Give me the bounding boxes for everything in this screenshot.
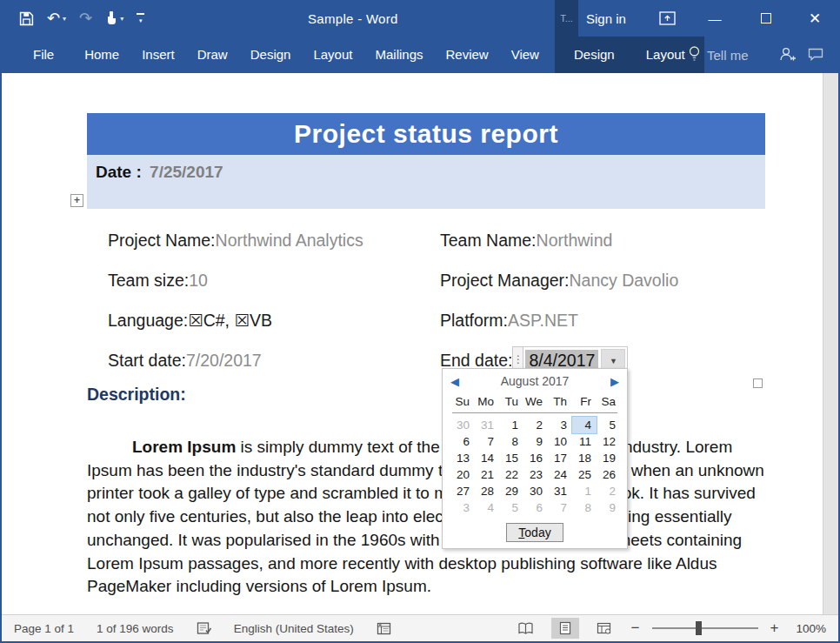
tab-draw[interactable]: Draw	[186, 37, 239, 73]
calendar-day[interactable]: 17	[548, 450, 572, 466]
calendar-day[interactable]: 16	[523, 450, 548, 466]
calendar-day[interactable]: 13	[450, 450, 475, 466]
calendar-day[interactable]: 14	[475, 450, 499, 466]
calendar-day[interactable]: 21	[475, 466, 499, 483]
ribbon-display-options-icon[interactable]	[659, 10, 677, 26]
date-value[interactable]: 7/25/2017	[150, 163, 223, 181]
calendar-day[interactable]: 15	[499, 450, 523, 466]
calendar-day[interactable]: 3	[548, 417, 572, 433]
zoom-in-button[interactable]: +	[768, 620, 782, 637]
close-button[interactable]: ✕	[800, 0, 830, 37]
table-resize-handle[interactable]	[753, 378, 763, 388]
calendar-day[interactable]: 5	[597, 417, 621, 433]
calendar-day[interactable]: 30	[523, 483, 548, 499]
calendar-day[interactable]: 9	[597, 499, 621, 516]
date-label: Date :	[96, 163, 142, 181]
field-value[interactable]: Nancy Davolio	[570, 271, 679, 290]
calendar-day[interactable]: 29	[499, 483, 523, 499]
language-status[interactable]: English (United States)	[234, 622, 354, 635]
field-value[interactable]: Northwind	[537, 231, 613, 250]
tab-layout[interactable]: Layout	[302, 37, 363, 73]
calendar-day[interactable]: 26	[597, 466, 621, 483]
print-layout-icon[interactable]	[551, 618, 579, 639]
share-person-icon[interactable]	[778, 45, 797, 66]
calendar-day[interactable]: 6	[523, 499, 548, 516]
contextual-tab-design[interactable]: Design	[558, 37, 630, 73]
word-count-status[interactable]: 1 of 196 words	[97, 622, 174, 635]
calendar-day[interactable]: 9	[523, 433, 548, 450]
field-value[interactable]: ☒C#, ☒VB	[188, 311, 272, 330]
word-window: ↶▾ ↷ ▾ ▾ Sample - Word T... Sign in — ✕ …	[0, 0, 840, 643]
calendar-day[interactable]: 3	[450, 499, 475, 516]
undo-button[interactable]: ↶▾	[47, 10, 66, 26]
calendar-day[interactable]: 27	[450, 483, 475, 499]
calendar-day[interactable]: 4	[475, 499, 499, 516]
calendar-day[interactable]: 24	[548, 466, 572, 483]
field-value[interactable]: ASP.NET	[508, 311, 578, 330]
calendar-day[interactable]: 7	[548, 499, 572, 516]
proofing-errors-icon[interactable]	[197, 621, 213, 636]
page-margin-strip	[823, 73, 838, 614]
end-date-label: End date:	[440, 346, 512, 371]
calendar-day[interactable]: 1	[572, 483, 597, 499]
sign-in-button[interactable]: Sign in	[579, 0, 633, 37]
tell-me-button[interactable]: Tell me	[688, 37, 749, 73]
comment-icon[interactable]	[808, 48, 823, 64]
calendar-day[interactable]: 5	[499, 499, 523, 516]
calendar-day[interactable]: 19	[597, 450, 621, 466]
customize-qat-icon[interactable]: ▾	[137, 13, 144, 23]
zoom-out-button[interactable]: −	[629, 620, 643, 637]
touch-mode-button[interactable]: ▾	[105, 11, 123, 25]
calendar-day[interactable]: 23	[523, 466, 548, 483]
calendar-day[interactable]: 8	[572, 499, 597, 516]
maximize-button[interactable]	[751, 0, 781, 37]
calendar-day[interactable]: 1	[499, 417, 523, 433]
calendar-day[interactable]: 31	[548, 483, 572, 499]
read-mode-icon[interactable]	[510, 619, 542, 639]
macro-recording-icon[interactable]	[377, 622, 391, 635]
calendar-day-header-row: SuMoTuWeThFrSa	[443, 393, 627, 411]
calendar-day[interactable]: 20	[450, 466, 475, 483]
today-button[interactable]: Today	[506, 523, 563, 542]
calendar-day-header: Tu	[499, 393, 523, 411]
calendar-day[interactable]: 30	[450, 417, 475, 433]
field-value[interactable]: Northwind Analytics	[216, 231, 363, 250]
tab-review[interactable]: Review	[435, 37, 500, 73]
field-label: Project Manager:	[440, 271, 570, 290]
window-title: Sample - Word	[308, 0, 398, 37]
calendar-day[interactable]: 2	[597, 483, 621, 499]
tab-home[interactable]: Home	[73, 37, 130, 73]
web-layout-icon[interactable]	[589, 619, 619, 638]
calendar-day[interactable]: 7	[475, 433, 499, 450]
tab-insert[interactable]: Insert	[130, 37, 186, 73]
tab-file[interactable]: File	[19, 37, 68, 73]
calendar-month-label: August 2017	[459, 374, 610, 388]
minimize-button[interactable]: —	[700, 0, 730, 37]
calendar-day-selected[interactable]: 4	[572, 417, 597, 433]
save-icon[interactable]	[19, 11, 34, 26]
calendar-day[interactable]: 28	[475, 483, 499, 499]
calendar-day[interactable]: 11	[572, 433, 597, 450]
tab-mailings[interactable]: Mailings	[363, 37, 434, 73]
field-value[interactable]: 10	[189, 271, 208, 290]
tab-view[interactable]: View	[500, 37, 550, 73]
calendar-day[interactable]: 6	[450, 433, 475, 450]
calendar-day[interactable]: 2	[523, 417, 548, 433]
zoom-slider-thumb[interactable]	[696, 621, 702, 635]
calendar-day[interactable]: 8	[499, 433, 523, 450]
previous-month-icon[interactable]: ◀	[450, 376, 459, 387]
calendar-day[interactable]: 31	[475, 417, 499, 433]
table-move-handle-icon[interactable]: +	[70, 194, 83, 207]
calendar-day[interactable]: 18	[572, 450, 597, 466]
page-number-status[interactable]: Page 1 of 1	[14, 622, 74, 635]
calendar-day[interactable]: 25	[572, 466, 597, 483]
zoom-slider[interactable]	[652, 627, 758, 629]
calendar-day[interactable]: 10	[548, 433, 572, 450]
field-value[interactable]: 7/20/2017	[186, 351, 262, 370]
calendar-day[interactable]: 12	[597, 433, 621, 450]
zoom-level[interactable]: 100%	[796, 622, 826, 635]
next-month-icon[interactable]: ▶	[610, 376, 619, 387]
tab-design[interactable]: Design	[239, 37, 303, 73]
calendar-day[interactable]: 22	[499, 466, 523, 483]
field-label: Platform:	[440, 311, 508, 330]
